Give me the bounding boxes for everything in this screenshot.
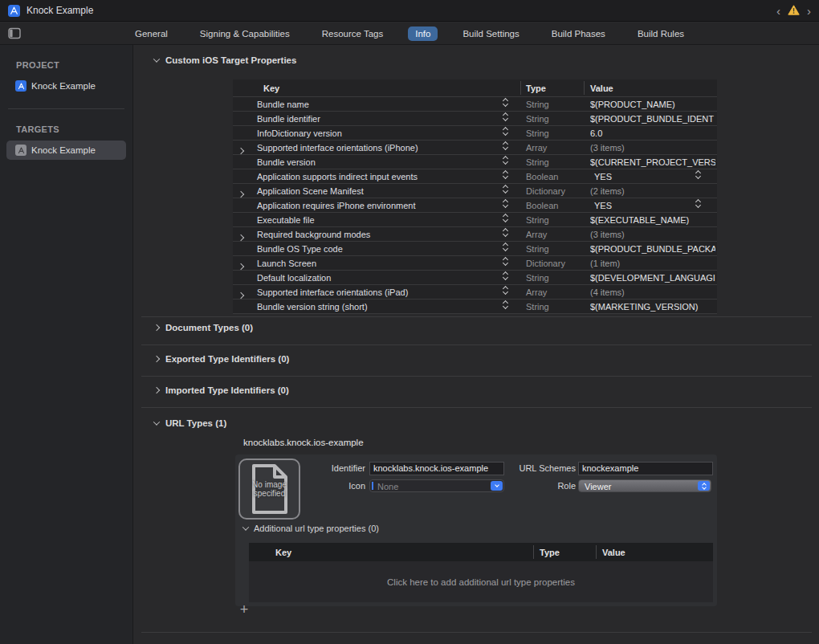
forward-chevron-icon[interactable]: › [807, 5, 811, 17]
row-key: Launch Screen [257, 259, 316, 268]
row-key: InfoDictionary version [257, 128, 342, 138]
additional-properties-header[interactable]: Additional url type properties (0) [243, 524, 379, 533]
section-document-types-0-[interactable]: Document Types (0) [154, 323, 253, 332]
disclosure-chevron-icon[interactable] [238, 290, 243, 300]
row-value: (2 items) [590, 186, 715, 196]
stepper-icon[interactable] [503, 113, 507, 120]
disclosure-chevron-icon[interactable] [238, 261, 243, 271]
additional-table-empty-area[interactable]: Click here to add additional url type pr… [249, 561, 713, 602]
stepper-icon[interactable] [503, 229, 507, 236]
disclosure-chevron-icon[interactable] [238, 232, 243, 242]
row-type: String [526, 114, 549, 124]
column-header-value: Value [590, 84, 613, 93]
stepper-icon[interactable] [503, 214, 507, 222]
stepper-icon[interactable] [503, 185, 507, 193]
row-key: Bundle identifier [257, 114, 320, 124]
icon-image-well[interactable]: No image specified [238, 459, 300, 520]
icon-dropdown[interactable]: None [369, 479, 504, 492]
row-type: String [526, 128, 549, 138]
stepper-icon[interactable] [503, 99, 507, 106]
table-row[interactable]: Bundle versionString$(CURRENT_PROJECT_VE… [233, 155, 717, 169]
add-url-type-button[interactable]: + [237, 603, 251, 618]
properties-table: Key Type Value Bundle nameString$(PRODUC… [233, 79, 717, 314]
tab-info[interactable]: Info [408, 26, 438, 41]
info-pane: Custom iOS Target Properties Key Type Va… [134, 45, 819, 644]
sidebar-divider [8, 108, 124, 109]
row-value: $(PRODUCT_BUNDLE_PACKA [590, 244, 715, 254]
table-row[interactable]: Application supports indirect input even… [233, 169, 717, 184]
disclosure-chevron-icon[interactable] [238, 145, 243, 155]
tab-build-phases[interactable]: Build Phases [544, 26, 613, 41]
back-chevron-icon[interactable]: ‹ [776, 5, 780, 17]
value-stepper-icon[interactable] [696, 171, 700, 178]
stepper-icon[interactable] [503, 171, 507, 178]
value-stepper-icon[interactable] [696, 200, 700, 207]
stepper-icon[interactable] [503, 287, 507, 294]
stepper-icon[interactable] [503, 243, 507, 251]
section-title: URL Types (1) [165, 418, 226, 428]
additional-properties-table: Key Type Value Click here to add additio… [249, 543, 713, 602]
tab-resource-tags[interactable]: Resource Tags [315, 26, 391, 41]
tab-build-settings[interactable]: Build Settings [455, 26, 526, 41]
stepper-icon[interactable] [503, 142, 507, 149]
section-exported-type-identifiers-0-[interactable]: Exported Type Identifiers (0) [154, 354, 289, 364]
row-type: String [526, 100, 549, 109]
table-row[interactable]: Executable fileString$(EXECUTABLE_NAME) [233, 213, 717, 227]
stepper-icon[interactable] [503, 128, 507, 135]
table-row[interactable]: Application Scene ManifestDictionary(2 i… [233, 184, 717, 198]
sidebar-heading-targets: TARGETS [16, 124, 132, 134]
section-title: Exported Type Identifiers (0) [165, 354, 289, 364]
icon-label: Icon [301, 481, 365, 491]
section-url-types[interactable]: URL Types (1) [154, 418, 226, 428]
column-divider [520, 81, 521, 95]
table-row[interactable]: Launch ScreenDictionary(1 item) [233, 256, 717, 271]
sidebar-item-target[interactable]: Knock Example [6, 141, 126, 160]
stepper-icon[interactable] [503, 200, 507, 207]
role-dropdown-value: Viewer [579, 480, 711, 493]
warning-icon[interactable] [788, 4, 800, 18]
section-title: Document Types (0) [165, 323, 253, 332]
identifier-field[interactable]: knocklabs.knock.ios-example [369, 462, 504, 475]
table-row[interactable]: InfoDictionary versionString6.0 [233, 126, 717, 141]
sidebar: PROJECT Knock Example TARGETS Knock Exam… [0, 45, 133, 644]
role-dropdown[interactable]: Viewer [578, 479, 711, 492]
sidebar-item-project[interactable]: Knock Example [6, 76, 126, 96]
text-caret [372, 482, 373, 490]
row-key: Bundle version [257, 157, 316, 167]
tab-general[interactable]: General [128, 26, 175, 41]
table-row[interactable]: Bundle identifierString$(PRODUCT_BUNDLE_… [233, 112, 717, 126]
chevron-down-icon [153, 418, 160, 425]
section-custom-properties[interactable]: Custom iOS Target Properties [154, 55, 296, 65]
stepper-icon[interactable] [698, 481, 710, 491]
table-row[interactable]: Supported interface orientations (iPad)A… [233, 285, 717, 300]
row-type: Array [526, 287, 547, 297]
table-row[interactable]: Required background modesArray(3 items) [233, 227, 717, 242]
table-row[interactable]: Application requires iPhone environmentB… [233, 198, 717, 213]
table-row[interactable]: Bundle OS Type codeString$(PRODUCT_BUNDL… [233, 242, 717, 256]
properties-table-header: Key Type Value [233, 79, 717, 97]
sidebar-target-label: Knock Example [31, 145, 96, 155]
table-row[interactable]: Bundle version string (short)String$(MAR… [233, 300, 717, 314]
column-divider [584, 81, 585, 95]
table-row[interactable]: Bundle nameString$(PRODUCT_NAME) [233, 97, 717, 112]
sidebar-project-label: Knock Example [31, 81, 96, 91]
url-schemes-field[interactable]: knockexample [578, 462, 713, 475]
stepper-icon[interactable] [503, 258, 507, 265]
disclosure-chevron-icon[interactable] [238, 189, 243, 198]
project-icon [15, 80, 26, 92]
section-imported-type-identifiers-0-[interactable]: Imported Type Identifiers (0) [154, 385, 289, 395]
stepper-icon[interactable] [503, 157, 507, 164]
table-row[interactable]: Supported interface orientations (iPhone… [233, 141, 717, 155]
tab-signing-capabilities[interactable]: Signing & Capabilities [193, 26, 297, 41]
identifier-label: Identifier [301, 463, 365, 473]
dropdown-arrow-icon[interactable] [491, 481, 503, 491]
bottom-separator [141, 632, 812, 633]
column-header-key: Key [275, 548, 291, 557]
table-row[interactable]: Default localizationString$(DEVELOPMENT_… [233, 271, 717, 285]
stepper-icon[interactable] [503, 272, 507, 279]
row-key: Required background modes [257, 230, 370, 239]
column-divider [596, 545, 597, 559]
tab-build-rules[interactable]: Build Rules [630, 26, 691, 41]
stepper-icon[interactable] [503, 301, 507, 308]
section-separator [141, 316, 812, 317]
